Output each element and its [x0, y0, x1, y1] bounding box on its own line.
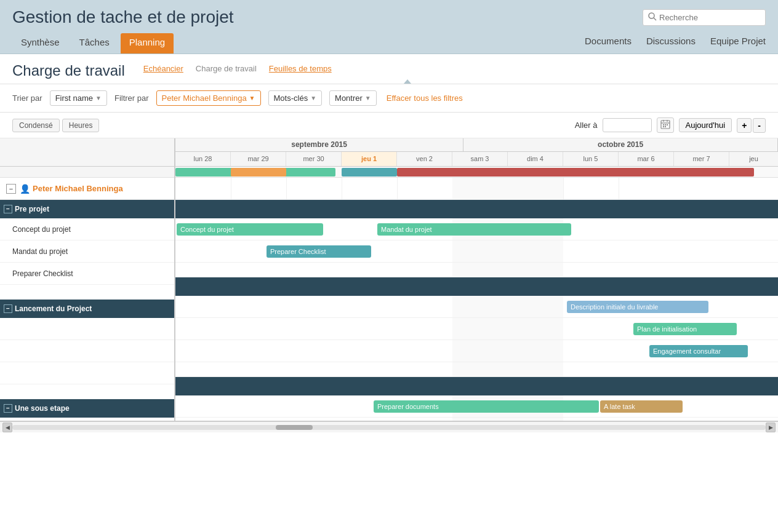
search-input[interactable]: [659, 13, 758, 22]
bar-mandat: Mandat du projet: [377, 223, 571, 236]
goto-label: Aller à: [575, 121, 598, 130]
show-caret: ▼: [365, 95, 371, 101]
task-row-checklist: Preparer Checklist: [0, 263, 174, 285]
search-box[interactable]: [643, 9, 766, 26]
section-pre-projet-label: Pre projet: [15, 205, 49, 213]
nav-row: Synthèse Tâches Planning Documents Discu…: [12, 32, 766, 54]
grid-line-3: [342, 178, 342, 199]
task-grid-prep-docs: Preparer documents A late task: [175, 395, 778, 418]
header-row1: Gestion de tache et de projet: [12, 7, 766, 32]
scrollbar-track[interactable]: [12, 425, 766, 430]
person-collapse-button[interactable]: −: [6, 184, 16, 194]
svg-rect-8: [667, 124, 668, 125]
task-row-desc: [0, 318, 174, 340]
gantt-grid: septembre 2015 octobre 2015 lun 28 mar 2…: [175, 138, 778, 421]
clear-filters-button[interactable]: Effacer tous les filtres: [387, 93, 463, 103]
day-cell-3: jeu 1: [342, 152, 397, 166]
sub-header: Charge de travail Echéancier Charge de t…: [0, 54, 778, 84]
task-grid-concept: Concept du projet Mandat du projet: [175, 218, 778, 240]
nav-right: Documents Discussions Equipe Projet: [585, 32, 766, 54]
task-grid-desc: Description initiale du livrable: [175, 296, 778, 318]
bar-description: Description initiale du livrable: [567, 301, 708, 313]
grid-line-1: [231, 178, 231, 199]
grid-line-7: [563, 178, 564, 199]
summary-sidebar-row: [0, 167, 174, 178]
day-cell-4: ven 2: [397, 152, 452, 166]
tab-charge[interactable]: Charge de travail: [196, 62, 257, 79]
heures-button[interactable]: Heures: [62, 119, 100, 132]
svg-rect-10: [665, 126, 666, 127]
task-label-concept: Concept du projet: [12, 225, 71, 234]
sort-select[interactable]: First name ▼: [50, 90, 107, 106]
sort-value: First name: [55, 93, 93, 103]
page-title: Charge de travail: [12, 62, 125, 79]
weekend-col-1: [452, 178, 508, 199]
keywords-select[interactable]: Mots-clés ▼: [268, 90, 323, 106]
nav-item-discussions[interactable]: Discussions: [646, 32, 696, 50]
scroll-right-button[interactable]: ▶: [766, 423, 776, 432]
gantt-sidebar-header: [0, 138, 174, 167]
nav-left: Synthèse Tâches Planning: [12, 33, 174, 54]
scrollbar-thumb[interactable]: [276, 425, 313, 430]
month-oct: octobre 2015: [463, 138, 778, 151]
day-cell-7: lun 5: [563, 152, 619, 166]
tab-indicator: [404, 79, 411, 84]
task-row-plan: [0, 340, 174, 362]
sub-header-row1: Charge de travail Echéancier Charge de t…: [12, 62, 766, 79]
spacer2: [0, 384, 174, 399]
summary-bar-teal: [342, 168, 397, 177]
zoom-buttons: + -: [737, 118, 766, 133]
keywords-caret: ▼: [310, 95, 316, 101]
grid-line-4: [397, 178, 398, 199]
section-pre-projet-collapse[interactable]: −: [4, 205, 12, 213]
calendar-icon[interactable]: [657, 117, 674, 133]
zoom-out-button[interactable]: -: [753, 118, 766, 133]
sub-tabs: Echéancier Charge de travail Feuilles de…: [143, 62, 332, 79]
nav-item-equipe[interactable]: Equipe Projet: [710, 32, 766, 50]
goto-input[interactable]: [603, 118, 652, 132]
gantt-container: − 👤 Peter Michael Benninga − Pre projet …: [0, 138, 778, 421]
task-row-engagement: [0, 362, 174, 384]
bar-prep-docs: Preparer documents: [374, 400, 599, 413]
zoom-in-button[interactable]: +: [737, 118, 752, 133]
section-sous-etape-collapse[interactable]: −: [4, 404, 12, 413]
show-select[interactable]: Montrer ▼: [329, 90, 377, 106]
bar-engagement: Engagement consultar: [649, 345, 748, 357]
nav-item-synthese[interactable]: Synthèse: [12, 33, 68, 54]
scroll-left-button[interactable]: ◀: [2, 423, 12, 432]
section-sous-etape-grid: [175, 377, 778, 395]
tab-echeancier[interactable]: Echéancier: [143, 62, 183, 79]
section-sous-etape-label: Une sous etape: [15, 404, 70, 413]
sort-label: Trier par: [12, 93, 42, 103]
weekend-col-2: [508, 178, 563, 199]
bar-late-task: A late task: [600, 400, 683, 413]
nav-item-taches[interactable]: Tâches: [71, 33, 118, 54]
filter-caret: ▼: [249, 95, 255, 101]
nav-item-documents[interactable]: Documents: [585, 32, 632, 50]
task-label-mandat: Mandat du projet: [12, 247, 68, 256]
bar-plan: Plan de initialisation: [633, 323, 737, 335]
condense-button[interactable]: Condensé: [12, 119, 60, 132]
svg-rect-7: [665, 124, 666, 125]
gantt-body: Concept du projet Mandat du projet Prepa…: [175, 167, 778, 421]
tab-feuilles[interactable]: Feuilles de temps: [269, 62, 332, 79]
nav-item-planning[interactable]: Planning: [121, 33, 174, 54]
task-grid-engagement: Engagement consultar: [175, 340, 778, 362]
section-sous-etape: − Une sous etape: [0, 399, 174, 418]
spacer1: [0, 285, 174, 300]
today-button[interactable]: Aujourd'hui: [679, 118, 732, 132]
filter-label: Filtrer par: [114, 93, 149, 103]
section-pre-projet: − Pre projet: [0, 200, 174, 218]
bar-checklist: Preparer Checklist: [267, 245, 371, 258]
gantt-header: septembre 2015 octobre 2015 lun 28 mar 2…: [175, 138, 778, 167]
task-label-checklist: Preparer Checklist: [12, 269, 73, 278]
day-cell-10: jeu: [729, 152, 778, 166]
task-grid-extra: [175, 418, 778, 421]
section-lancement-collapse[interactable]: −: [4, 304, 12, 313]
bar-concept: Concept du projet: [177, 223, 323, 236]
month-sept: septembre 2015: [175, 138, 463, 151]
filter-select[interactable]: Peter Michael Benninga ▼: [156, 90, 261, 106]
svg-point-0: [649, 13, 654, 18]
person-name[interactable]: Peter Michael Benninga: [33, 184, 123, 193]
top-header: Gestion de tache et de projet Synthèse T…: [0, 0, 778, 54]
